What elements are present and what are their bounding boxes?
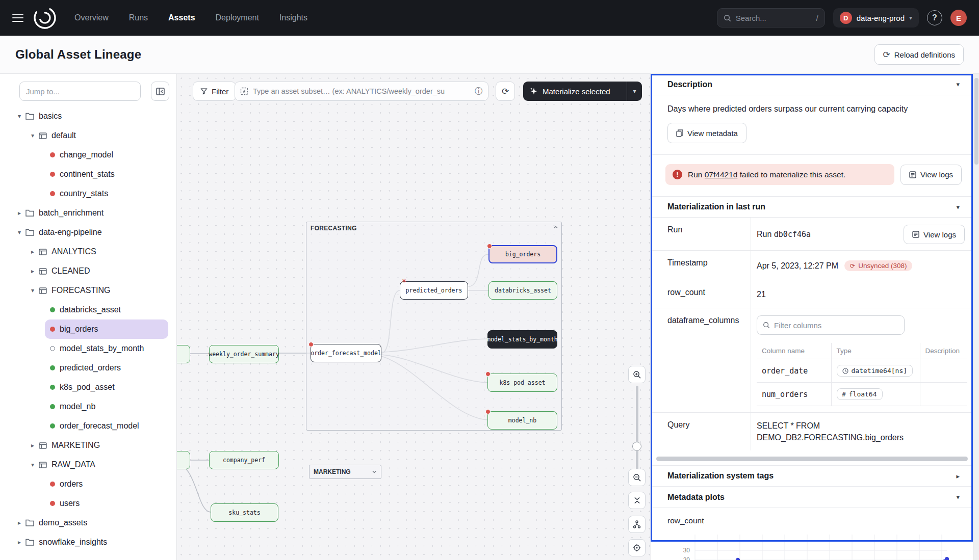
sidebar-item-default[interactable]: default [0,126,176,145]
top-nav: Overview Runs Assets Deployment Insights… [0,0,979,36]
tree-label: order_forecast_model [60,421,139,431]
asset-status-dot [50,365,55,370]
graph-node-model-nb[interactable]: model_nb [487,411,557,430]
asset-status-dot [50,423,55,429]
global-search[interactable]: / [717,8,825,28]
materialize-options-caret[interactable] [627,82,642,101]
refresh-graph-button[interactable]: ⟳ [496,82,515,101]
sidebar-item-users[interactable]: users [45,494,168,513]
search-icon [724,14,731,22]
jump-to-input[interactable] [19,82,141,101]
lineage-graph-canvas[interactable]: FORECASTING MARKETING big_orders databri… [177,74,651,560]
sidebar-item-country-stats[interactable]: country_stats [45,184,168,203]
materialize-selected-button[interactable]: Materialize selected [523,82,642,101]
zoom-slider[interactable] [628,386,646,474]
node-label: sku_stats [228,509,260,516]
graph-node-model-stats-by-month[interactable]: model_stats_by_month [487,330,557,349]
sidebar-item-data-eng-pipeline[interactable]: data-eng-pipeline [0,223,176,242]
graph-node-order-forecast-model[interactable]: order_forecast_model [311,344,381,362]
recenter-button[interactable] [628,539,646,556]
section-description[interactable]: Description [651,74,973,95]
sidebar-item-forecasting[interactable]: FORECASTING [0,281,176,300]
filter-columns-input[interactable] [774,321,898,330]
help-button[interactable]: ? [927,10,942,25]
sidebar-item-big-orders[interactable]: big_orders [45,319,168,339]
sidebar-item-basics[interactable]: basics [0,106,176,126]
layout-tree-button[interactable] [628,516,646,533]
vertical-scrollbar-thumb[interactable] [974,78,978,165]
section-metadata-plots[interactable]: Metadata plots [651,487,973,508]
info-icon[interactable]: ⓘ [475,86,483,97]
nav-item-runs[interactable]: Runs [129,13,148,22]
graph-node-predicted-orders[interactable]: predicted_orders [400,281,468,300]
kv-key: dataframe_columns [651,308,751,412]
nav-item-insights[interactable]: Insights [279,13,307,22]
column-name-cell: num_orders [757,383,831,406]
zoom-in-button[interactable] [628,366,646,383]
sidebar-item-batch-enrichment[interactable]: batch_enrichment [0,203,176,223]
graph-node-partial-left-1[interactable] [177,345,190,363]
zoom-out-button[interactable] [628,469,646,486]
failed-run-link[interactable]: 07f4421d [705,170,738,179]
reload-definitions-button[interactable]: ⟳ Reload definitions [874,44,964,65]
asset-status-dot [50,152,55,157]
tree-label: demo_assets [39,518,87,527]
type-label: float64 [849,390,877,398]
user-avatar[interactable]: E [950,10,967,26]
collapse-group-icon[interactable] [553,225,558,230]
workspace-name: data-eng-prod [857,14,905,22]
search-input[interactable] [736,14,802,22]
graph-node-sku-stats[interactable]: sku_stats [211,503,278,522]
sidebar-item-order-forecast-model[interactable]: order_forecast_model [45,416,168,436]
view-metadata-button[interactable]: View metadata [667,123,746,143]
sidebar-item-model-nb[interactable]: model_nb [45,397,168,416]
sidebar-item-demo-assets[interactable]: demo_assets [0,513,176,532]
graph-node-k8s-pod-asset[interactable]: k8s_pod_asset [487,374,557,392]
sidebar-item-raw-data[interactable]: RAW_DATA [0,455,176,474]
zoom-slider-thumb[interactable] [632,442,641,451]
nav-item-overview[interactable]: Overview [74,13,109,22]
sidebar-item-marketing[interactable]: MARKETING [0,436,176,455]
sidebar-item-analytics[interactable]: ANALYTICS [0,242,176,261]
sidebar-item-snowflake-insights[interactable]: snowflake_insights [0,532,176,552]
collapse-sidebar-button[interactable] [151,82,169,101]
run-id[interactable]: db0cf46a [774,230,811,239]
hamburger-menu-icon[interactable] [12,14,23,22]
sidebar-item-databricks-asset[interactable]: databricks_asset [45,300,168,319]
chevron-right-icon [956,472,960,480]
nav-item-assets[interactable]: Assets [168,13,195,22]
nav-item-deployment[interactable]: Deployment [216,13,259,22]
copy-icon [676,129,683,137]
horizontal-scrollbar[interactable] [656,457,968,461]
sidebar-item-continent-stats[interactable]: continent_stats [45,165,168,184]
graph-node-big-orders[interactable]: big_orders [488,245,557,263]
tree-label: basics [39,112,62,121]
sidebar-item-cleaned[interactable]: CLEANED [0,261,176,281]
graph-node-weekly-order-summary[interactable]: weekly_order_summary [209,345,279,363]
sidebar-item-model-stats-by-month[interactable]: model_stats_by_month [45,339,168,358]
sidebar-item-predicted-orders[interactable]: predicted_orders [45,358,168,378]
section-system-tags[interactable]: Materialization system tags [651,465,973,487]
sidebar-item-change-model[interactable]: change_model [45,145,168,165]
vertical-scrollbar[interactable] [973,74,979,560]
group-box-marketing[interactable]: MARKETING [309,465,381,479]
section-materialization[interactable]: Materialization in last run [651,196,973,218]
view-run-logs-button[interactable]: View logs [904,225,965,244]
tree-label: model_nb [60,402,95,411]
asset-subset-input[interactable] [253,87,470,95]
dagster-logo[interactable] [33,6,57,30]
graph-node-databricks-asset[interactable]: databricks_asset [488,281,557,300]
graph-node-partial-left-2[interactable] [177,451,190,469]
asset-status-dot [50,346,55,351]
collapse-groups-button[interactable] [628,492,646,509]
filter-button[interactable]: Filter [193,82,236,101]
graph-node-company-perf[interactable]: company_perf [209,451,279,469]
filter-funnel-icon [200,88,208,95]
group-icon [39,442,47,449]
workspace-switcher[interactable]: D data-eng-prod [833,8,919,28]
view-logs-button[interactable]: View logs [900,165,962,185]
expand-group-icon[interactable] [372,469,377,474]
sidebar-item-k8s-pod-asset[interactable]: k8s_pod_asset [45,378,168,397]
sidebar-item-orders[interactable]: orders [45,474,168,494]
chevron-down-icon [909,14,912,21]
